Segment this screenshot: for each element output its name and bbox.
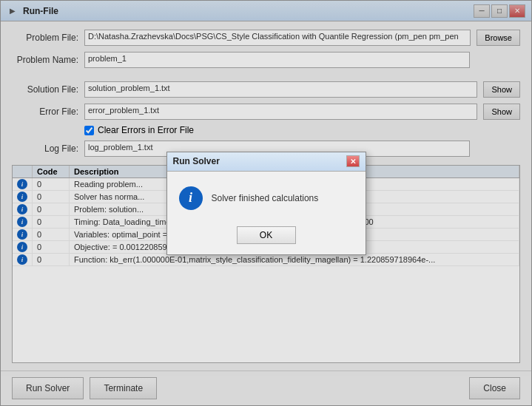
modal-close-button[interactable]: ✕ bbox=[346, 155, 360, 167]
modal-message: Solver finished calculations bbox=[212, 193, 319, 203]
modal-title-bar: Run Solver ✕ bbox=[167, 152, 366, 172]
modal-overlay: Run Solver ✕ i Solver finished calculati… bbox=[0, 0, 532, 406]
modal-dialog: Run Solver ✕ i Solver finished calculati… bbox=[166, 152, 366, 255]
modal-body: i Solver finished calculations bbox=[167, 172, 366, 220]
modal-info-icon: i bbox=[179, 186, 203, 210]
modal-title: Run Solver bbox=[173, 156, 346, 166]
modal-footer: OK bbox=[167, 220, 366, 254]
ok-button[interactable]: OK bbox=[237, 226, 296, 244]
